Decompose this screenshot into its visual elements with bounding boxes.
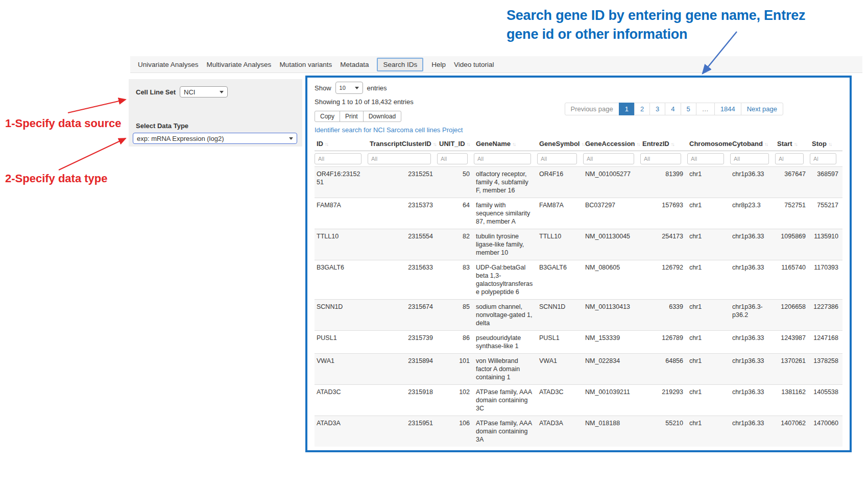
filter-input-start[interactable]: [775, 153, 804, 164]
identifier-search-link[interactable]: Identifier search for NCI Sarcoma cell l…: [315, 126, 463, 134]
filter-input-stop[interactable]: [810, 153, 836, 164]
cell-cytoband: chr1p36.33: [730, 229, 775, 260]
entries-label: entries: [367, 84, 387, 92]
cell-start: 1370261: [775, 354, 810, 385]
filter-input-transcriptclusterid[interactable]: [368, 153, 431, 164]
column-header-transcriptclusterid[interactable]: TranscriptClusterID↑↓: [368, 137, 437, 151]
copy-button[interactable]: Copy: [315, 111, 340, 122]
cell-transcriptclusterid: 2315251: [368, 167, 437, 198]
column-header-geneaccession[interactable]: GeneAccession↑↓: [583, 137, 640, 151]
cell-genesymbol: TTLL10: [537, 229, 583, 260]
filter-input-entrezid[interactable]: [640, 153, 681, 164]
cell-unit-id: 64: [437, 198, 474, 229]
column-header-unit-id[interactable]: UNIT_ID↑↓: [437, 137, 474, 151]
column-header-id[interactable]: ID↑↓: [315, 137, 368, 151]
column-label: ID: [317, 140, 323, 148]
cell-genesymbol: ATAD3A: [537, 416, 583, 447]
table-row: SCNN1D231567485sodium channel, nonvoltag…: [315, 300, 842, 331]
pagination: Previous page12345…1844Next page: [565, 103, 783, 115]
filter-input-cytoband[interactable]: [730, 153, 769, 164]
filter-cell-unit-id: [437, 151, 474, 167]
cell-stop: 1405538: [810, 385, 842, 416]
pagination-page-3[interactable]: 3: [649, 103, 665, 115]
filter-input-unit-id[interactable]: [437, 153, 468, 164]
column-label: GeneAccession: [585, 140, 635, 148]
data-type-select[interactable]: exp: mRNA Expression (log2): [133, 133, 297, 144]
pagination-page-2[interactable]: 2: [634, 103, 650, 115]
cell-entrezid: 6339: [640, 300, 687, 331]
cell-genename: ATPase family, AAA domain containing 3A: [474, 416, 537, 447]
cell-start: 1206658: [775, 300, 810, 331]
cell-cytoband: chr1p36.33: [730, 354, 775, 385]
cell-id: VWA1: [315, 354, 368, 385]
cell-transcriptclusterid: 2315554: [368, 229, 437, 260]
filter-input-id[interactable]: [315, 153, 361, 164]
cell-geneaccession: BC037297: [583, 198, 640, 229]
cell-cytoband: chr1p36.3-p36.2: [730, 300, 775, 331]
filter-input-geneaccession[interactable]: [583, 153, 634, 164]
cell-line-set-label: Cell Line Set: [136, 88, 176, 96]
pagination-page-1844[interactable]: 1844: [714, 103, 741, 115]
tab-mutation-variants[interactable]: Mutation variants: [279, 58, 332, 71]
cell-id: ATAD3A: [315, 416, 368, 447]
column-header-stop[interactable]: Stop↑↓: [810, 137, 842, 151]
cell-chromosome: chr1: [687, 331, 730, 354]
page-length-select[interactable]: 10: [335, 82, 363, 94]
pagination-page-4[interactable]: 4: [665, 103, 681, 115]
cell-unit-id: 85: [437, 300, 474, 331]
cell-id: TTLL10: [315, 229, 368, 260]
cell-transcriptclusterid: 2315674: [368, 300, 437, 331]
column-header-start[interactable]: Start↑↓: [775, 137, 810, 151]
cell-entrezid: 126792: [640, 260, 687, 300]
column-header-genesymbol[interactable]: GeneSymbol↑↓: [537, 137, 583, 151]
sort-icon: ↑↓: [433, 141, 436, 147]
data-type-value: exp: mRNA Expression (log2): [137, 135, 224, 142]
table-row: OR4F16:2315251231525150olfactory recepto…: [315, 167, 842, 198]
cell-genesymbol: B3GALT6: [537, 260, 583, 300]
column-label: Chromosome: [689, 140, 732, 148]
tab-metadata[interactable]: Metadata: [340, 58, 369, 71]
sort-icon: ↑↓: [512, 141, 515, 147]
download-button[interactable]: Download: [363, 111, 401, 122]
annotation-note-1: 1-Specify data source: [5, 117, 121, 130]
filter-input-genename[interactable]: [474, 153, 531, 164]
tab-univariate-analyses[interactable]: Univariate Analyses: [138, 58, 199, 71]
cell-entrezid: 254173: [640, 229, 687, 260]
tab-help[interactable]: Help: [431, 58, 446, 71]
cell-genename: tubulin tyrosine ligase-like family, mem…: [474, 229, 537, 260]
column-header-chromosome[interactable]: Chromosome↑↓: [687, 137, 730, 151]
cell-stop: 1378258: [810, 354, 842, 385]
filter-input-genesymbol[interactable]: [537, 153, 577, 164]
cell-unit-id: 50: [437, 167, 474, 198]
column-label: UNIT_ID: [439, 140, 465, 148]
cell-line-set-select[interactable]: NCI: [180, 86, 228, 97]
pagination-prev[interactable]: Previous page: [565, 103, 619, 115]
cell-start: 1095869: [775, 229, 810, 260]
tab-multivariate-analyses[interactable]: Multivariate Analyses: [207, 58, 272, 71]
sort-icon: ↑↓: [794, 141, 797, 147]
column-label: EntrezID: [642, 140, 669, 148]
column-header-entrezid[interactable]: EntrezID↑↓: [640, 137, 687, 151]
sort-icon: ↑↓: [671, 141, 674, 147]
sort-icon: ↑↓: [581, 141, 584, 147]
pagination-page-1[interactable]: 1: [619, 103, 635, 115]
cell-id: OR4F16:2315251: [315, 167, 368, 198]
cell-line-set-row: Cell Line Set NCI: [136, 86, 297, 97]
print-button[interactable]: Print: [340, 111, 364, 122]
cell-stop: 1227386: [810, 300, 842, 331]
cell-transcriptclusterid: 2315918: [368, 385, 437, 416]
sort-icon: ↑↓: [637, 141, 640, 147]
column-header-genename[interactable]: GeneName↑↓: [474, 137, 537, 151]
cell-genesymbol: ATAD3C: [537, 385, 583, 416]
cell-transcriptclusterid: 2315739: [368, 331, 437, 354]
pagination-next[interactable]: Next page: [741, 103, 783, 115]
column-label: Stop: [812, 140, 827, 148]
sort-icon: ↑↓: [467, 141, 470, 147]
tab-search-ids[interactable]: Search IDs: [377, 58, 423, 71]
cell-geneaccession: NM_001130045: [583, 229, 640, 260]
tab-video-tutorial[interactable]: Video tutorial: [454, 58, 494, 71]
pagination-ellipsis[interactable]: …: [696, 103, 715, 115]
pagination-page-5[interactable]: 5: [681, 103, 696, 115]
column-header-cytoband[interactable]: Cytoband↑↓: [730, 137, 775, 151]
filter-input-chromosome[interactable]: [687, 153, 724, 164]
